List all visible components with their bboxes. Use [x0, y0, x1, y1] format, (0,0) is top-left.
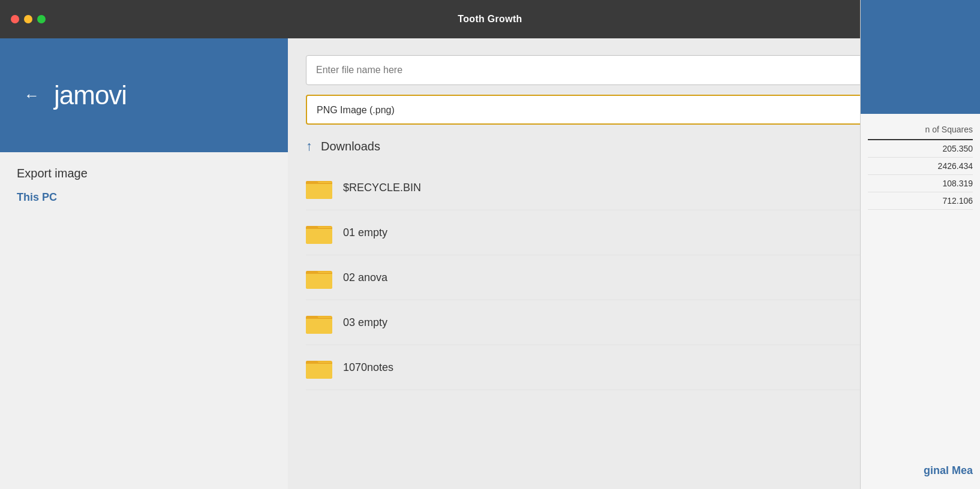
- data-panel-footer: ginal Mea: [924, 464, 973, 477]
- data-panel-header: [861, 0, 980, 114]
- sidebar-content: Export image This PC: [0, 152, 288, 489]
- svg-rect-12: [306, 316, 318, 319]
- up-arrow-icon: ↑: [306, 138, 312, 154]
- svg-rect-8: [306, 272, 332, 289]
- svg-rect-3: [306, 181, 318, 184]
- folder-name: $RECYCLE.BIN: [343, 182, 421, 194]
- minimize-button[interactable]: [24, 15, 32, 23]
- current-location: Downloads: [321, 140, 380, 153]
- window-controls: [11, 15, 46, 23]
- sidebar-item-thispc[interactable]: This PC: [17, 191, 271, 204]
- svg-rect-11: [306, 317, 332, 334]
- titlebar: Tooth Growth: [0, 0, 980, 38]
- maximize-button[interactable]: [37, 15, 46, 23]
- folder-icon: [306, 311, 332, 334]
- table-row: 205.350: [868, 140, 973, 158]
- jamovi-logo: jamovi: [54, 80, 127, 110]
- table-row: 712.106: [868, 192, 973, 210]
- filename-input[interactable]: [306, 55, 876, 85]
- folder-name: 03 empty: [343, 316, 387, 329]
- window-title: Tooth Growth: [458, 14, 522, 25]
- folder-icon: [306, 266, 332, 289]
- main-layout: ← jamovi Export image This PC 💾 Export P…: [0, 38, 980, 489]
- close-button[interactable]: [11, 15, 19, 23]
- footer-label: ginal Mea: [924, 464, 973, 476]
- sidebar-header: ← jamovi: [0, 38, 288, 152]
- table-row: 2426.434: [868, 158, 973, 175]
- sidebar-section-title: Export image: [17, 167, 271, 180]
- data-panel: n of Squares 205.350 2426.434 108.319 71…: [860, 0, 980, 489]
- folder-icon: [306, 221, 332, 244]
- svg-rect-2: [306, 182, 332, 199]
- col-header: n of Squares: [868, 120, 973, 140]
- svg-rect-9: [306, 271, 318, 274]
- svg-rect-14: [306, 362, 332, 379]
- folder-name: 1070notes: [343, 361, 393, 374]
- table-row: 108.319: [868, 175, 973, 192]
- svg-rect-15: [306, 361, 318, 364]
- folder-name: 02 anova: [343, 271, 387, 284]
- back-button[interactable]: ←: [24, 87, 40, 103]
- folder-icon: [306, 356, 332, 379]
- svg-rect-6: [306, 226, 318, 229]
- data-table-partial: n of Squares 205.350 2426.434 108.319 71…: [861, 114, 980, 216]
- svg-rect-5: [306, 227, 332, 244]
- folder-icon: [306, 176, 332, 199]
- navigate-up-button[interactable]: ↑ Downloads: [306, 138, 380, 154]
- sidebar: ← jamovi Export image This PC: [0, 38, 288, 489]
- folder-name: 01 empty: [343, 227, 387, 239]
